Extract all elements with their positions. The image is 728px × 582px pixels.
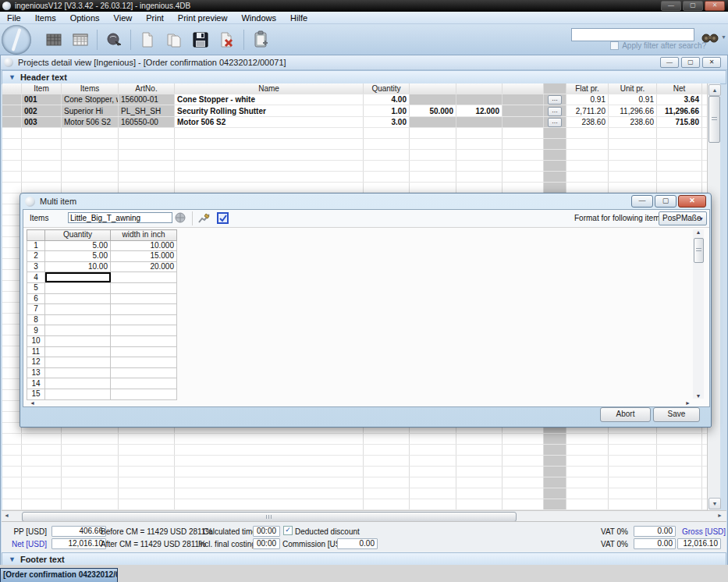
dialog-close-button[interactable]: ✕	[678, 195, 706, 208]
menu-item-windows[interactable]: Windows	[234, 13, 283, 23]
cell-flat[interactable]: 0.91	[566, 94, 609, 105]
cell-item[interactable]: 003	[22, 116, 62, 127]
column-header-net[interactable]: Net	[657, 83, 702, 94]
column-header-artno[interactable]: ArtNo.	[119, 83, 175, 94]
empty-grid-row[interactable]	[2, 499, 708, 510]
net-field[interactable]: 12,016.10	[51, 538, 106, 549]
column-header-qty[interactable]: Quantity	[364, 83, 410, 94]
scroll-left-icon[interactable]: ◄	[30, 400, 35, 406]
scroll-up-icon[interactable]: ▲	[708, 84, 721, 96]
menu-item-view[interactable]: View	[107, 13, 140, 23]
dialog-grid-row-13[interactable]: 13	[27, 367, 177, 378]
cell-items[interactable]: Superior Hi	[62, 105, 119, 116]
dialog-grid-row-1[interactable]: 15.0010.000	[27, 240, 177, 251]
quantity-cell[interactable]	[45, 367, 111, 378]
item-row-003[interactable]: 003Motor 506 S2160550-00Motor 506 S23.00…	[2, 116, 708, 127]
column-header-width[interactable]: width in inch	[111, 230, 177, 241]
column-header-blank[interactable]	[456, 83, 502, 94]
grid-view-icon[interactable]	[43, 30, 65, 50]
dialog-grid-row-6[interactable]: 6	[27, 293, 177, 304]
width-cell[interactable]: 10.000	[111, 240, 177, 251]
width-cell[interactable]	[111, 282, 177, 293]
cell-b[interactable]	[456, 116, 502, 127]
cell-net[interactable]: 715.80	[657, 116, 702, 127]
cell-b[interactable]	[456, 94, 502, 105]
width-cell[interactable]: 20.000	[111, 261, 177, 272]
save-button[interactable]: Save	[653, 407, 700, 422]
cell-b[interactable]: 12.000	[456, 105, 502, 116]
column-header-name[interactable]: Name	[175, 83, 364, 94]
delete-document-icon[interactable]	[216, 30, 238, 50]
cell-net[interactable]: 3.64	[657, 94, 702, 105]
vertical-scroll-thumb[interactable]	[694, 238, 704, 263]
app-close-button[interactable]: ✕	[705, 1, 725, 11]
column-header-quantity[interactable]: Quantity	[45, 230, 111, 241]
menu-item-file[interactable]: File	[0, 13, 28, 23]
cell-items[interactable]: Cone Stopper, w	[62, 94, 119, 105]
cell-unit[interactable]: 11,296.66	[609, 105, 657, 116]
cell-sel[interactable]	[2, 116, 22, 127]
app-minimize-button[interactable]: —	[661, 1, 681, 11]
scroll-down-icon[interactable]: ▼	[693, 393, 704, 399]
search-input[interactable]	[571, 28, 694, 41]
gross-total-field[interactable]: 12,016.10	[677, 538, 721, 549]
cell-artno[interactable]: 156000-01	[119, 94, 175, 105]
cell-a[interactable]	[410, 116, 456, 127]
empty-grid-row[interactable]	[2, 477, 708, 488]
taskbar-item-order-confirmation[interactable]: [Order confirmation 04232012/00071]	[0, 568, 118, 582]
dialog-minimize-button[interactable]: —	[631, 195, 653, 208]
quantity-cell[interactable]: 5.00	[45, 240, 111, 251]
width-cell[interactable]	[111, 389, 177, 399]
vat1-field[interactable]: 0.00	[634, 526, 676, 537]
dialog-grid-row-11[interactable]: 11	[27, 346, 177, 357]
cell-name[interactable]: Security Rolling Shutter	[175, 105, 364, 116]
scroll-up-icon[interactable]: ▲	[693, 229, 704, 235]
dialog-grid-row-12[interactable]: 12	[27, 357, 177, 368]
calculated-time-field[interactable]: 00:00	[253, 526, 280, 537]
deducted-discount-checkbox[interactable]: ✓	[283, 526, 293, 535]
cell-c[interactable]	[502, 105, 544, 116]
width-cell[interactable]	[111, 346, 177, 357]
width-cell[interactable]	[111, 293, 177, 304]
menu-item-hilfe[interactable]: Hilfe	[283, 13, 314, 23]
cell-c[interactable]	[502, 94, 544, 105]
column-header-blank[interactable]	[502, 83, 544, 94]
dialog-grid-row-10[interactable]: 10	[27, 335, 177, 346]
items-grid-horizontal-scrollbar[interactable]: ◄ ►	[2, 510, 726, 522]
cell-qty[interactable]: 1.00	[364, 105, 410, 116]
new-document-icon[interactable]	[137, 30, 158, 50]
cell-qty[interactable]: 4.00	[364, 94, 410, 105]
header-text-bar[interactable]: ▼ Header text	[2, 70, 726, 84]
column-header-item[interactable]: Item	[22, 83, 62, 94]
cell-name[interactable]: Cone Stopper - white	[175, 94, 364, 105]
checked-checkbox-icon[interactable]	[217, 212, 229, 225]
cell-unit[interactable]: 238.60	[609, 116, 657, 127]
dialog-grid-row-5[interactable]: 5	[27, 282, 177, 293]
items-input[interactable]	[68, 212, 172, 223]
dialog-maximize-button[interactable]: ▢	[655, 195, 677, 208]
column-header-blank[interactable]	[410, 83, 456, 94]
empty-grid-row[interactable]	[2, 139, 708, 150]
list-view-icon[interactable]	[69, 30, 91, 50]
collapse-triangle-icon[interactable]: ▼	[9, 555, 16, 563]
empty-grid-row[interactable]	[2, 128, 708, 139]
pp-field[interactable]: 406.66	[51, 526, 106, 537]
column-header-flat[interactable]: Flat pr.	[566, 83, 609, 94]
cell-a[interactable]: 50.000	[410, 105, 456, 116]
dialog-titlebar[interactable]: Multi item — ▢ ✕	[20, 193, 711, 209]
commission-field[interactable]: 0.00	[337, 538, 378, 549]
document-window-titlebar[interactable]: Projects detail view [Ingenious] - [Orde…	[1, 55, 727, 70]
quantity-cell[interactable]	[45, 282, 111, 293]
dialog-grid-row-3[interactable]: 310.0020.000	[27, 261, 177, 272]
cell-flat[interactable]: 238.60	[566, 116, 609, 127]
width-cell[interactable]	[111, 325, 177, 336]
dialog-grid-row-9[interactable]: 9	[27, 325, 177, 336]
menu-item-print[interactable]: Print	[139, 13, 171, 23]
search-binoculars-icon[interactable]	[701, 30, 719, 44]
item-row-001[interactable]: 001Cone Stopper, w156000-01Cone Stopper …	[2, 94, 708, 105]
quantity-cell[interactable]	[45, 389, 111, 399]
menu-item-print-preview[interactable]: Print preview	[171, 13, 235, 23]
cell-unit[interactable]: 0.91	[609, 94, 657, 105]
cell-items[interactable]: Motor 506 S2	[62, 116, 119, 127]
scroll-left-icon[interactable]: ◄	[4, 513, 9, 518]
